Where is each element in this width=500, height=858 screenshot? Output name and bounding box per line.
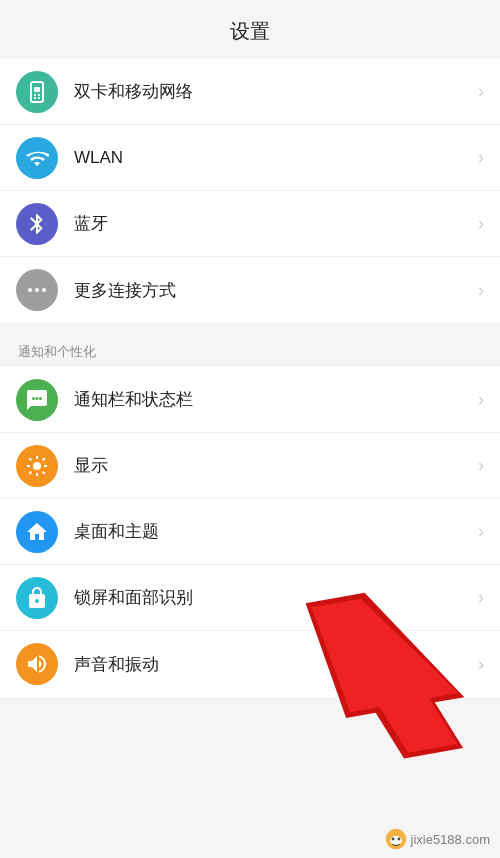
bluetooth-label: 蓝牙 bbox=[74, 212, 470, 235]
sound-icon-circle bbox=[16, 643, 58, 685]
display-chevron: › bbox=[478, 455, 484, 476]
sim-chevron: › bbox=[478, 81, 484, 102]
notifications-label: 通知栏和状态栏 bbox=[74, 388, 470, 411]
menu-item-more-connections[interactable]: 更多连接方式 › bbox=[0, 257, 500, 323]
notification-icon-circle bbox=[16, 379, 58, 421]
svg-rect-4 bbox=[34, 97, 36, 99]
svg-point-8 bbox=[42, 288, 46, 292]
menu-item-sound[interactable]: 声音和振动 › bbox=[0, 631, 500, 697]
home-icon bbox=[25, 520, 49, 544]
section-header-personalization: 通知和个性化 bbox=[0, 333, 500, 367]
menu-item-bluetooth[interactable]: 蓝牙 › bbox=[0, 191, 500, 257]
desktop-label: 桌面和主题 bbox=[74, 520, 470, 543]
personalization-section: 通知栏和状态栏 › 显示 › 桌面和主题 › 锁屏和面部识别 › bbox=[0, 367, 500, 697]
lockscreen-label: 锁屏和面部识别 bbox=[74, 586, 470, 609]
sound-label: 声音和振动 bbox=[74, 653, 470, 676]
page-title: 设置 bbox=[0, 0, 500, 59]
svg-rect-2 bbox=[34, 94, 36, 96]
sim-icon-circle bbox=[16, 71, 58, 113]
home-icon-circle bbox=[16, 511, 58, 553]
svg-point-10 bbox=[36, 397, 39, 400]
sim-label: 双卡和移动网络 bbox=[74, 80, 470, 103]
menu-item-display[interactable]: 显示 › bbox=[0, 433, 500, 499]
svg-point-11 bbox=[39, 397, 42, 400]
svg-point-18 bbox=[397, 838, 400, 841]
svg-point-6 bbox=[28, 288, 32, 292]
wlan-chevron: › bbox=[478, 147, 484, 168]
menu-item-wlan[interactable]: WLAN › bbox=[0, 125, 500, 191]
svg-point-12 bbox=[33, 462, 41, 470]
svg-rect-5 bbox=[38, 97, 40, 99]
connectivity-section: 双卡和移动网络 › WLAN › 蓝牙 › bbox=[0, 59, 500, 323]
display-icon bbox=[25, 454, 49, 478]
lock-icon bbox=[25, 586, 49, 610]
display-icon-circle bbox=[16, 445, 58, 487]
dots-icon bbox=[25, 278, 49, 302]
display-label: 显示 bbox=[74, 454, 470, 477]
lockscreen-chevron: › bbox=[478, 587, 484, 608]
watermark: jixie5188.com bbox=[385, 828, 491, 850]
sound-icon bbox=[25, 652, 49, 676]
wifi-icon-circle bbox=[16, 137, 58, 179]
svg-point-17 bbox=[391, 838, 394, 841]
svg-point-16 bbox=[390, 836, 402, 845]
wlan-label: WLAN bbox=[74, 148, 470, 168]
svg-point-9 bbox=[32, 397, 35, 400]
menu-item-lockscreen[interactable]: 锁屏和面部识别 › bbox=[0, 565, 500, 631]
svg-rect-3 bbox=[38, 94, 40, 96]
bluetooth-chevron: › bbox=[478, 213, 484, 234]
wifi-icon bbox=[25, 146, 49, 170]
sim-icon bbox=[25, 80, 49, 104]
bluetooth-icon bbox=[25, 212, 49, 236]
more-connections-label: 更多连接方式 bbox=[74, 279, 470, 302]
dots-icon-circle bbox=[16, 269, 58, 311]
lock-icon-circle bbox=[16, 577, 58, 619]
desktop-chevron: › bbox=[478, 521, 484, 542]
notification-icon bbox=[25, 388, 49, 412]
sound-chevron: › bbox=[478, 654, 484, 675]
menu-item-sim[interactable]: 双卡和移动网络 › bbox=[0, 59, 500, 125]
menu-item-desktop[interactable]: 桌面和主题 › bbox=[0, 499, 500, 565]
svg-rect-1 bbox=[34, 87, 40, 92]
more-connections-chevron: › bbox=[478, 280, 484, 301]
notifications-chevron: › bbox=[478, 389, 484, 410]
svg-point-7 bbox=[35, 288, 39, 292]
bluetooth-icon-circle bbox=[16, 203, 58, 245]
watermark-text: jixie5188.com bbox=[411, 832, 491, 847]
watermark-logo-icon bbox=[385, 828, 407, 850]
menu-item-notifications[interactable]: 通知栏和状态栏 › bbox=[0, 367, 500, 433]
